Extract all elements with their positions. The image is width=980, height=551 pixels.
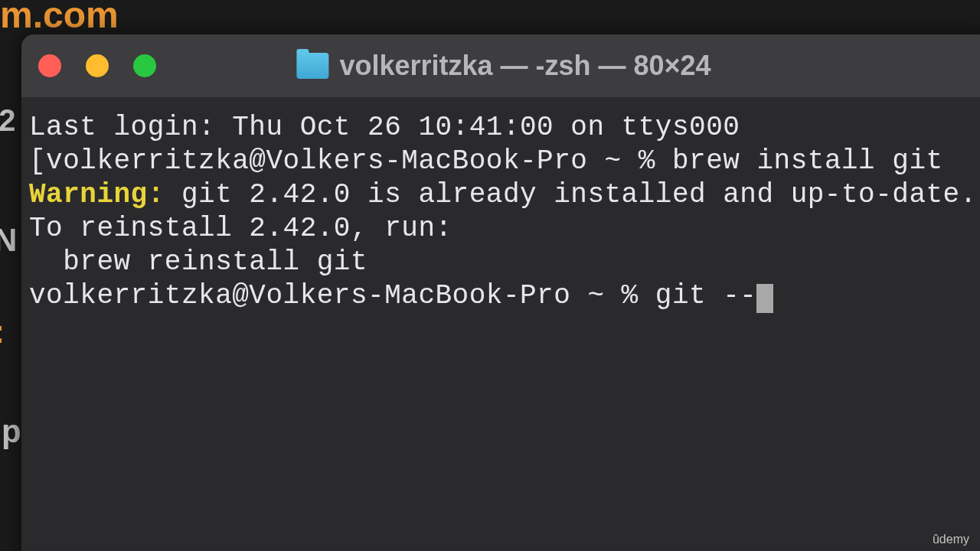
- terminal-body[interactable]: Last login: Thu Oct 26 10:41:00 on ttys0…: [21, 97, 980, 312]
- background-text-fragment: :: [0, 314, 5, 350]
- cursor-icon: [756, 284, 773, 313]
- terminal-prompt-line: [volkerritzka@Volkers-MacBook-Pro ~ % br…: [21, 145, 980, 178]
- terminal-output-line: Last login: Thu Oct 26 10:41:00 on ttys0…: [21, 111, 980, 145]
- udemy-watermark: ûdemy: [933, 533, 969, 546]
- title-content: volkerritzka — -zsh — 80×24: [296, 50, 710, 82]
- maximize-button[interactable]: [133, 54, 156, 77]
- background-url-text: m.com: [0, 0, 119, 36]
- terminal-warning-line: Warning: git 2.42.0 is already installed…: [21, 178, 980, 212]
- window-title: volkerritzka — -zsh — 80×24: [339, 50, 710, 82]
- title-bar[interactable]: volkerritzka — -zsh — 80×24: [21, 34, 980, 97]
- terminal-window: volkerritzka — -zsh — 80×24 Last login: …: [21, 34, 980, 551]
- terminal-prompt-line: volkerritzka@Volkers-MacBook-Pro ~ % git…: [21, 279, 980, 313]
- terminal-output-line: brew reinstall git: [21, 246, 980, 279]
- folder-icon: [296, 53, 328, 79]
- close-button[interactable]: [38, 54, 61, 77]
- background-text-fragment: N: [0, 222, 17, 259]
- minimize-button[interactable]: [86, 54, 109, 77]
- warning-label: Warning:: [29, 179, 165, 210]
- traffic-lights: [38, 54, 156, 77]
- background-text-fragment: -2: [0, 103, 16, 138]
- terminal-output-line: To reinstall 2.42.0, run:: [21, 212, 980, 246]
- background-text-fragment: p: [2, 413, 21, 450]
